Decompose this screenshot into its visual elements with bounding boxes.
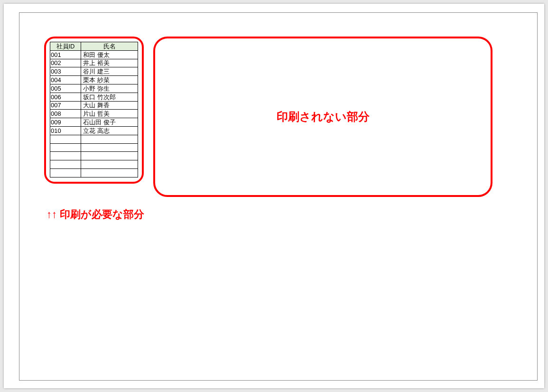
table-row (50, 143, 138, 152)
cell-employee-name (81, 135, 138, 143)
cell-employee-id (50, 143, 81, 152)
table-row: 003谷川 建三 (50, 67, 138, 76)
print-needed-label: ↑↑ 印刷が必要な部分 (46, 207, 537, 222)
table-row (50, 168, 138, 177)
table-row: 005小野 弥生 (50, 84, 138, 93)
table-row: 004栗本 紗菜 (50, 76, 138, 84)
cell-employee-id (50, 135, 81, 143)
cell-employee-name (81, 160, 138, 169)
cell-employee-name (81, 168, 138, 177)
table-row: 008片山 哲美 (50, 110, 138, 118)
table-row: 006坂口 竹次郎 (50, 93, 138, 101)
table-row: 002井上 裕美 (50, 59, 138, 67)
header-employee-id: 社員ID (50, 42, 81, 51)
cell-employee-id: 002 (50, 59, 81, 67)
cell-employee-name: 石山田 俊子 (81, 118, 138, 127)
cell-employee-id: 009 (50, 118, 81, 127)
cell-employee-id (50, 168, 81, 177)
cell-employee-name: 大山 舞香 (81, 101, 138, 110)
content-area: 社員ID 氏名 001和田 優太002井上 裕美003谷川 建三004栗本 紗菜… (19, 13, 537, 222)
employee-table: 社員ID 氏名 001和田 優太002井上 裕美003谷川 建三004栗本 紗菜… (50, 42, 138, 177)
cell-employee-name (81, 152, 138, 160)
table-row: 009石山田 俊子 (50, 118, 138, 127)
header-employee-name: 氏名 (81, 42, 138, 51)
cell-employee-id (50, 152, 81, 160)
cell-employee-id: 006 (50, 93, 81, 101)
cell-employee-id: 004 (50, 76, 81, 84)
cell-employee-name: 片山 哲美 (81, 110, 138, 118)
cell-employee-id: 008 (50, 110, 81, 118)
cell-employee-name: 坂口 竹次郎 (81, 93, 138, 101)
cell-employee-id (50, 160, 81, 169)
table-row: 007大山 舞香 (50, 101, 138, 110)
cell-employee-id: 001 (50, 50, 81, 59)
cell-employee-id: 007 (50, 101, 81, 110)
not-printed-label: 印刷されない部分 (277, 109, 370, 124)
table-row: 010立花 高志 (50, 126, 138, 135)
cell-employee-id: 003 (50, 67, 81, 76)
page-border: 社員ID 氏名 001和田 優太002井上 裕美003谷川 建三004栗本 紗菜… (19, 12, 538, 381)
cell-employee-name: 立花 高志 (81, 126, 138, 135)
cell-employee-id: 005 (50, 84, 81, 93)
page-frame: 社員ID 氏名 001和田 優太002井上 裕美003谷川 建三004栗本 紗菜… (4, 4, 544, 388)
cell-employee-name: 栗本 紗菜 (81, 76, 138, 84)
table-row: 001和田 優太 (50, 50, 138, 59)
cell-employee-name: 谷川 建三 (81, 67, 138, 76)
table-row (50, 152, 138, 160)
cell-employee-name (81, 143, 138, 152)
cell-employee-name: 和田 優太 (81, 50, 138, 59)
not-printed-box: 印刷されない部分 (153, 37, 492, 197)
cell-employee-name: 小野 弥生 (81, 84, 138, 93)
table-body: 001和田 優太002井上 裕美003谷川 建三004栗本 紗菜005小野 弥生… (50, 50, 138, 177)
cell-employee-id: 010 (50, 126, 81, 135)
print-required-box: 社員ID 氏名 001和田 優太002井上 裕美003谷川 建三004栗本 紗菜… (44, 37, 144, 184)
table-row (50, 135, 138, 143)
table-row (50, 160, 138, 169)
cell-employee-name: 井上 裕美 (81, 59, 138, 67)
